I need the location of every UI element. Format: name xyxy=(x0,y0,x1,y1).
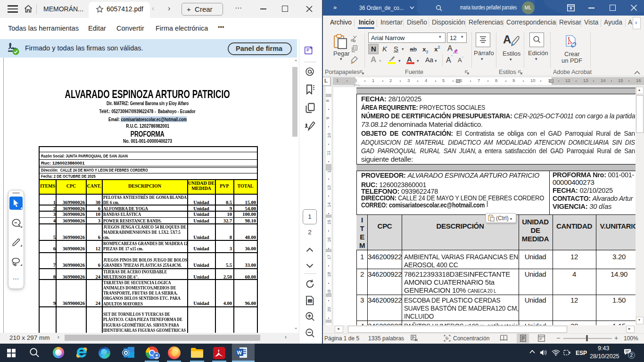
svg-text:1:1: 1:1 xyxy=(308,300,312,303)
